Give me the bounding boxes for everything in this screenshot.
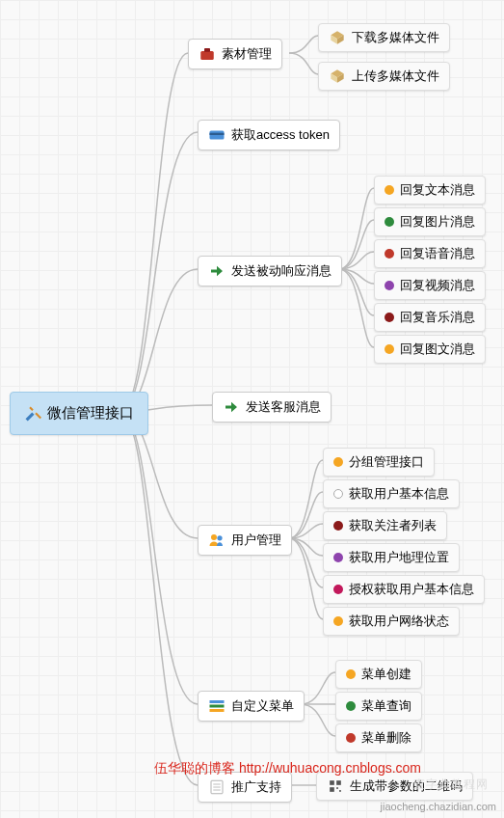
watermark-blog: 伍华聪的博客 http://wuhuacong.cnblogs.com [154,760,421,777]
branch-label: 获取access token [231,126,330,144]
leaf-reply-news[interactable]: 回复图文消息 [374,335,486,364]
svg-point-10 [211,534,217,540]
toolbox-icon [199,45,216,63]
svg-rect-1 [204,48,210,52]
card-icon [208,126,225,144]
svg-rect-13 [210,705,225,708]
leaf-label: 菜单查询 [361,697,411,715]
branch-label: 推广支持 [231,778,281,796]
leaf-label: 授权获取用户基本信息 [349,581,474,598]
leaf-reply-music[interactable]: 回复音乐消息 [374,303,486,332]
root-label: 微信管理接口 [47,404,134,423]
svg-rect-9 [210,133,225,135]
leaf-label: 菜单删除 [361,729,411,747]
svg-rect-0 [200,51,214,60]
leaf-label: 回复文本消息 [400,181,475,199]
users-icon [208,532,225,549]
bullet-icon [346,701,356,711]
bullet-icon [385,313,394,322]
leaf-label: 获取用户网络状态 [349,613,449,630]
bullet-icon [333,553,343,562]
package-icon [329,29,346,46]
bullet-icon [385,281,394,290]
branch-label: 发送被动响应消息 [231,262,332,280]
leaf-label: 回复图片消息 [400,213,475,231]
leaf-label: 回复图文消息 [400,341,475,358]
bullet-icon [346,733,356,743]
bullet-icon [385,249,394,259]
branch-customer[interactable]: 发送客服消息 [212,392,332,423]
bullet-icon [385,185,394,195]
branch-label: 素材管理 [222,45,272,63]
leaf-menu-query[interactable]: 菜单查询 [335,692,422,721]
leaf-user-network[interactable]: 获取用户网络状态 [323,607,460,636]
leaf-menu-delete[interactable]: 菜单删除 [335,723,422,752]
leaf-menu-create[interactable]: 菜单创建 [335,660,422,689]
bullet-icon [385,217,394,227]
branch-label: 自定义菜单 [231,697,294,715]
branch-material[interactable]: 素材管理 [188,39,282,69]
leaf-label: 上传多媒体文件 [352,68,439,85]
menu-icon [208,697,225,715]
leaf-label: 获取用户基本信息 [349,485,449,503]
package-icon [329,68,346,85]
bullet-icon [333,489,343,499]
watermark-site: jiaocheng.chazidian.com [381,801,496,812]
svg-rect-20 [336,780,341,785]
bullet-icon [333,457,343,467]
leaf-reply-text[interactable]: 回复文本消息 [374,176,486,204]
leaf-reply-image[interactable]: 回复图片消息 [374,207,486,236]
arrow-right-icon [223,398,240,416]
branch-label: 发送客服消息 [246,398,321,416]
leaf-label: 下载多媒体文件 [352,29,439,46]
leaf-user-location[interactable]: 获取用户地理位置 [323,543,460,572]
svg-rect-21 [330,787,334,792]
leaf-label: 回复音乐消息 [400,309,475,326]
svg-rect-12 [210,700,225,703]
leaf-upload-media[interactable]: 上传多媒体文件 [318,62,450,91]
leaf-label: 分组管理接口 [349,453,424,471]
leaf-reply-voice[interactable]: 回复语音消息 [374,239,486,268]
root-node[interactable]: 微信管理接口 [10,392,148,435]
leaf-label: 获取用户地理位置 [349,549,449,566]
leaf-reply-video[interactable]: 回复视频消息 [374,271,486,300]
notepad-icon [208,778,225,796]
leaf-followers[interactable]: 获取关注者列表 [323,511,447,540]
arrow-right-icon [208,262,225,280]
bullet-icon [333,585,343,594]
svg-rect-22 [336,787,338,789]
tools-icon [24,405,41,423]
branch-passive[interactable]: 发送被动响应消息 [198,256,342,286]
svg-rect-23 [339,790,341,792]
leaf-label: 获取关注者列表 [349,517,437,534]
bullet-icon [385,344,394,354]
leaf-oauth-info[interactable]: 授权获取用户基本信息 [323,575,485,604]
branch-user[interactable]: 用户管理 [198,525,292,556]
bullet-icon [346,669,356,679]
svg-point-11 [217,535,222,540]
svg-rect-14 [210,709,225,712]
leaf-label: 回复视频消息 [400,277,475,294]
qr-icon [327,777,344,795]
bullet-icon [333,521,343,531]
branch-label: 用户管理 [231,532,281,549]
leaf-group-api[interactable]: 分组管理接口 [323,448,435,477]
branch-token[interactable]: 获取access token [198,120,340,150]
leaf-user-info[interactable]: 获取用户基本信息 [323,479,460,508]
leaf-label: 菜单创建 [361,666,411,683]
svg-rect-19 [330,780,334,785]
leaf-download-media[interactable]: 下载多媒体文件 [318,23,450,52]
branch-menu[interactable]: 自定义菜单 [198,691,305,722]
bullet-icon [333,616,343,626]
watermark-site-label: 查字典教程网 [413,777,489,793]
leaf-label: 回复语音消息 [400,245,475,262]
